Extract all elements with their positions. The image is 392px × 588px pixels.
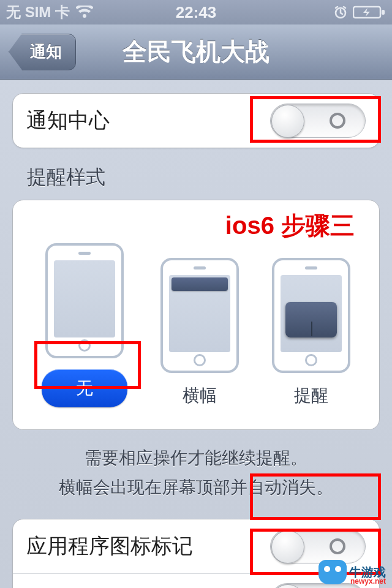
cell-group-notification-center: 通知中心 bbox=[12, 93, 380, 148]
watermark: 牛游戏 newyx.net bbox=[318, 560, 386, 584]
alert-style-none[interactable]: 无 bbox=[42, 243, 127, 407]
page-title: 全民飞机大战 bbox=[123, 35, 270, 69]
toggle-notification-center[interactable] bbox=[270, 104, 366, 138]
phone-preview-none bbox=[45, 243, 124, 358]
carrier-text: 无 SIM 卡 bbox=[6, 2, 70, 22]
alert-style-description: 需要相应操作才能继续提醒。 横幅会出现在屏幕顶部并自动消失。 bbox=[12, 443, 380, 502]
cell-notification-center: 通知中心 bbox=[13, 94, 379, 148]
status-bar: 无 SIM 卡 22:43 bbox=[0, 0, 392, 24]
toggle-knob bbox=[271, 530, 304, 564]
status-time: 22:43 bbox=[176, 3, 217, 22]
alert-style-alert[interactable]: 提醒 bbox=[272, 258, 350, 407]
phone-preview-alert bbox=[272, 258, 350, 373]
alarm-icon bbox=[333, 5, 348, 20]
alert-style-label: 提醒 bbox=[294, 384, 328, 407]
phone-preview-banner bbox=[160, 258, 239, 373]
wifi-icon bbox=[76, 6, 93, 19]
toggle-off-icon bbox=[330, 113, 345, 129]
alert-style-label: 横幅 bbox=[183, 384, 217, 407]
svg-rect-2 bbox=[382, 10, 385, 15]
toggle-knob bbox=[271, 105, 304, 138]
cell-label: 应用程序图标标记 bbox=[26, 532, 193, 560]
toggle-knob bbox=[271, 584, 304, 588]
toggle-off-icon bbox=[330, 538, 345, 554]
alert-style-label-selected: 无 bbox=[42, 369, 127, 407]
toggle-badge[interactable] bbox=[270, 529, 366, 564]
watermark-logo-icon bbox=[318, 560, 347, 584]
cell-label: 通知中心 bbox=[26, 107, 110, 135]
alert-style-picker: ios6 步骤三 无 横幅 提醒 bbox=[12, 200, 380, 430]
section-header-alert-style: 提醒样式 bbox=[27, 164, 380, 191]
back-button[interactable]: 通知 bbox=[9, 34, 76, 70]
desc-line: 横幅会出现在屏幕顶部并自动消失。 bbox=[12, 473, 380, 502]
annotation-text: ios6 步骤三 bbox=[225, 209, 355, 243]
nav-header: 通知 全民飞机大战 bbox=[0, 24, 392, 80]
desc-line: 需要相应操作才能继续提醒。 bbox=[12, 443, 380, 473]
alert-style-banner[interactable]: 横幅 bbox=[160, 258, 239, 407]
back-button-label: 通知 bbox=[30, 41, 62, 62]
watermark-url: newyx.net bbox=[350, 577, 386, 586]
battery-charging-icon bbox=[353, 5, 386, 20]
